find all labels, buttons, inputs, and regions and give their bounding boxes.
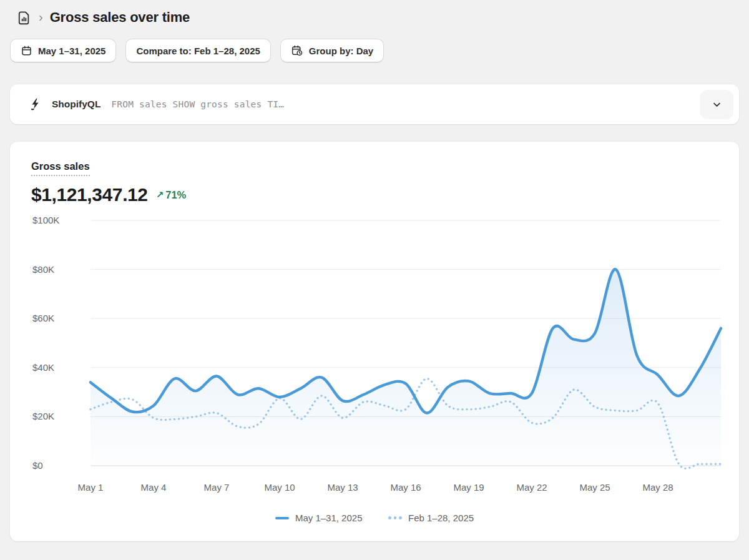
legend-item-compare-period[interactable]: Feb 1–28, 2025	[388, 513, 474, 523]
metric-delta-value: 71%	[165, 189, 186, 201]
shopifyql-bar[interactable]: ShopifyQL FROM sales SHOW gross_sales TI…	[10, 84, 739, 124]
shopifyql-label: ShopifyQL	[52, 99, 100, 110]
metric-title[interactable]: Gross sales	[31, 160, 90, 176]
svg-text:$0: $0	[32, 460, 43, 471]
svg-text:$60K: $60K	[32, 313, 54, 323]
metric-delta-badge: ↗ 71%	[156, 189, 187, 201]
svg-text:May 25: May 25	[579, 482, 610, 493]
svg-text:$40K: $40K	[32, 362, 54, 373]
solid-line-swatch	[275, 517, 289, 519]
calendar-icon	[21, 45, 32, 57]
calendar-clock-icon	[291, 44, 303, 57]
svg-text:$80K: $80K	[32, 264, 54, 275]
report-document-icon[interactable]	[16, 10, 32, 26]
svg-text:May 1: May 1	[78, 482, 104, 493]
trend-up-arrow-icon: ↗	[156, 189, 164, 200]
group-by-button[interactable]: Group by: Day	[280, 39, 384, 62]
gross-sales-card: Gross sales $1,121,347.12 ↗ 71% $100K$80…	[10, 142, 739, 541]
svg-text:May 7: May 7	[204, 482, 230, 493]
svg-text:May 22: May 22	[516, 482, 547, 493]
legend-item-current-period[interactable]: May 1–31, 2025	[275, 513, 363, 523]
shopifyql-bolt-icon	[29, 97, 42, 111]
svg-text:May 19: May 19	[453, 482, 484, 493]
svg-text:$20K: $20K	[32, 411, 54, 421]
svg-text:May 13: May 13	[327, 482, 358, 493]
dotted-line-swatch	[388, 516, 402, 519]
compare-to-button[interactable]: Compare to: Feb 1–28, 2025	[125, 39, 270, 62]
query-expand-button[interactable]	[700, 90, 733, 119]
compare-to-label: Compare to: Feb 1–28, 2025	[136, 46, 260, 56]
date-range-label: May 1–31, 2025	[38, 46, 105, 56]
filter-bar: May 1–31, 2025 Compare to: Feb 1–28, 202…	[0, 26, 749, 62]
chevron-down-icon	[710, 98, 723, 111]
date-range-button[interactable]: May 1–31, 2025	[10, 39, 116, 62]
svg-text:May 16: May 16	[390, 482, 421, 493]
page-title: Gross sales over time	[50, 9, 190, 26]
gross-sales-chart[interactable]: $100K$80K$60K$40K$20K$0May 1May 4May 7Ma…	[10, 208, 739, 506]
svg-text:May 4: May 4	[141, 482, 167, 493]
legend-label-current: May 1–31, 2025	[295, 513, 363, 523]
svg-text:May 28: May 28	[642, 482, 673, 493]
svg-text:May 10: May 10	[264, 482, 295, 493]
breadcrumb: › Gross sales over time	[0, 0, 749, 26]
legend-label-compare: Feb 1–28, 2025	[408, 513, 474, 523]
chart-legend: May 1–31, 2025 Feb 1–28, 2025	[10, 513, 739, 523]
svg-text:$100K: $100K	[32, 215, 59, 225]
group-by-label: Group by: Day	[309, 46, 373, 56]
breadcrumb-chevron-icon: ›	[39, 11, 43, 25]
shopifyql-query-text: FROM sales SHOW gross_sales TI…	[111, 99, 284, 109]
metric-value: $1,121,347.12	[31, 184, 148, 205]
